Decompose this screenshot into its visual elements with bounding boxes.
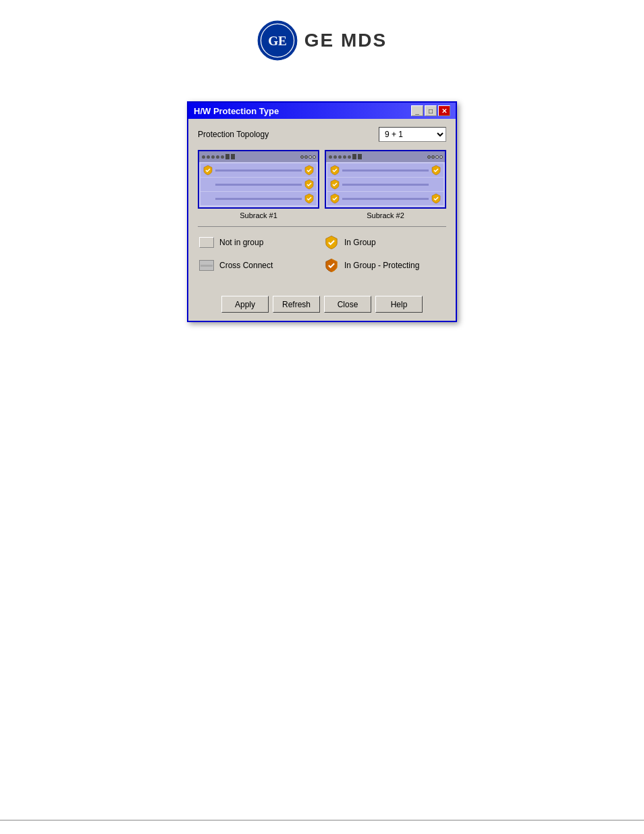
page-footer-line: [0, 820, 644, 820]
conn-dot4: [313, 155, 316, 159]
subrack1-top-module: [199, 151, 318, 162]
dot5: [221, 155, 224, 159]
subrack2-frame: [325, 150, 446, 209]
shield-icon-s1r1b: [304, 165, 314, 176]
dialog-titlebar: H/W Protection Type _ □ ✕: [188, 103, 456, 119]
minimize-button[interactable]: _: [411, 105, 423, 116]
conn-dot1: [300, 155, 304, 159]
sq1b: [352, 154, 356, 159]
subrack1-row2: [200, 178, 317, 191]
cross-connect-icon: [199, 260, 214, 271]
spacer-s1r2: [203, 179, 213, 190]
conn-dot3: [308, 155, 312, 159]
row-line-s1r3: [215, 198, 302, 200]
subrack1-row1: [200, 163, 317, 177]
subrack1-label: Subrack #1: [240, 211, 277, 219]
legend-divider: [198, 226, 446, 227]
topology-select[interactable]: 9 + 1 1 + 1 2 + 1: [379, 127, 446, 142]
topology-label: Protection Topology: [198, 130, 372, 139]
in-group-protecting-label: In Group - Protecting: [344, 261, 419, 270]
row-line-s2r3: [342, 198, 429, 200]
refresh-button[interactable]: Refresh: [273, 296, 320, 313]
cross-connect-label: Cross Connect: [219, 261, 273, 270]
subrack2-rows: [326, 162, 445, 207]
subrack1-row3: [200, 192, 317, 205]
row-line-s1r1: [215, 170, 302, 172]
subrack2-label: Subrack #2: [367, 211, 404, 219]
close-button[interactable]: Close: [324, 296, 371, 313]
shield-icon-s1r1: [203, 165, 213, 176]
apply-button[interactable]: Apply: [221, 296, 269, 313]
subrack1-frame: [198, 150, 319, 209]
shield-icon-s2r1a: [330, 165, 340, 176]
subrack2-row2: [327, 178, 444, 191]
not-in-group-label: Not in group: [219, 238, 263, 247]
logo-area: GE GE MDS: [257, 20, 387, 61]
legend-grid: Not in group In Group Cross Connect: [199, 235, 445, 277]
dot2b: [333, 155, 337, 159]
legend-area: Not in group In Group Cross Connect: [198, 232, 446, 280]
topology-row: Protection Topology 9 + 1 1 + 1 2 + 1: [198, 127, 446, 142]
svg-text:GE: GE: [268, 34, 287, 48]
dot1b: [329, 155, 332, 159]
buttons-row: Apply Refresh Close Help: [188, 290, 456, 321]
sq2b: [358, 154, 362, 159]
row-line-s1r2: [215, 184, 302, 186]
help-button[interactable]: Help: [375, 296, 423, 313]
legend-not-in-group: Not in group: [199, 235, 320, 250]
subrack2-wrapper: Subrack #2: [325, 150, 446, 219]
conn-dot6: [431, 155, 435, 159]
dot3b: [338, 155, 342, 159]
subrack2-top-module: [326, 151, 445, 162]
shield-icon-s2r2a: [330, 179, 340, 190]
cross-connect-line: [200, 265, 213, 267]
hw-protection-dialog: H/W Protection Type _ □ ✕ Protection Top…: [187, 101, 457, 322]
conn-dot5: [427, 155, 431, 159]
ge-logo: GE: [257, 20, 298, 61]
window-controls: _ □ ✕: [411, 105, 450, 116]
shield-icon-s1r2: [304, 179, 314, 190]
not-in-group-icon: [199, 237, 214, 248]
conn-group1: [300, 155, 316, 159]
in-group-label: In Group: [344, 238, 376, 247]
shield-icon-s2r1b: [431, 165, 441, 176]
legend-cross-connect: Cross Connect: [199, 258, 320, 273]
dot3: [211, 155, 215, 159]
dot2: [207, 155, 210, 159]
close-window-button[interactable]: ✕: [438, 105, 450, 116]
in-group-shield-icon: [324, 235, 339, 250]
subrack2-row1: [327, 163, 444, 177]
dot1: [202, 155, 205, 159]
dot5b: [348, 155, 351, 159]
row-line-s2r2: [342, 184, 429, 186]
conn-dot7: [435, 155, 439, 159]
subrack2-row3: [327, 192, 444, 205]
sq2: [231, 154, 235, 159]
legend-in-group-protecting: In Group - Protecting: [324, 258, 445, 273]
maximize-button[interactable]: □: [425, 105, 437, 116]
spacer-s1r3: [203, 193, 213, 204]
shield-icon-s1r3: [304, 193, 314, 204]
subrack1-rows: [199, 162, 318, 207]
row-line-s2r1: [342, 170, 429, 172]
dot4b: [343, 155, 346, 159]
in-group-protecting-shield-icon: [324, 258, 339, 273]
conn-group2: [427, 155, 443, 159]
subrack1-wrapper: Subrack #1: [198, 150, 319, 219]
conn-dot2: [304, 155, 308, 159]
brand-name: GE MDS: [304, 30, 387, 51]
dot4: [216, 155, 219, 159]
conn-dot8: [439, 155, 443, 159]
shield-icon-s2r3b: [431, 193, 441, 204]
legend-in-group: In Group: [324, 235, 445, 250]
subracks-container: Subrack #1: [198, 150, 446, 219]
sq1: [225, 154, 230, 159]
dialog-body: Protection Topology 9 + 1 1 + 1 2 + 1: [188, 119, 456, 290]
dialog-title: H/W Protection Type: [194, 106, 411, 116]
shield-icon-s2r3a: [330, 193, 340, 204]
